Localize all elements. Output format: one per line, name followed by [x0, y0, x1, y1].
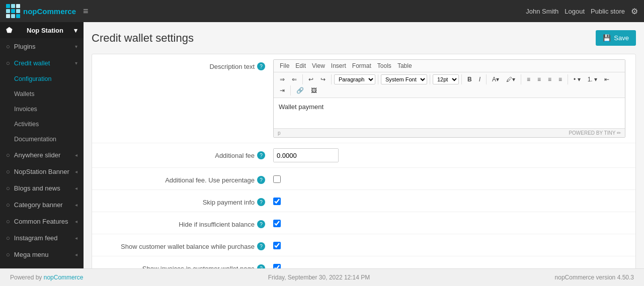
sidebar-item-credit-wallet[interactable]: ○ Credit wallet ▾	[0, 55, 84, 71]
additional-fee-pct-checkbox[interactable]	[273, 175, 281, 183]
menu-format[interactable]: Format	[349, 61, 374, 70]
sidebar-item-anywhere-slider[interactable]: ○ Anywhere slider ◂	[0, 147, 84, 163]
toolbar-justify-btn[interactable]: ≡	[555, 74, 565, 84]
hide-insufficient-checkbox[interactable]	[273, 220, 281, 227]
toolbar-rtl-btn[interactable]: ⇐	[289, 74, 300, 84]
show-wallet-balance-help-icon[interactable]: ?	[257, 242, 265, 250]
additional-fee-help-icon[interactable]: ?	[257, 151, 265, 159]
sidebar-item-documentation[interactable]: Documentation	[0, 132, 84, 147]
show-invoices-checkbox[interactable]	[273, 264, 281, 268]
sidebar-item-category-banner[interactable]: ○ Category banner ◂	[0, 197, 84, 213]
show-wallet-balance-row: Show customer wallet balance while purch…	[92, 234, 635, 256]
hide-insufficient-help-icon[interactable]: ?	[257, 220, 265, 228]
toolbar-sep-8	[568, 74, 568, 84]
top-navbar: nopCommerce ≡ John Smith Logout Public s…	[0, 0, 644, 22]
sidebar-item-nopstation-banner[interactable]: ○ NopStation Banner ◂	[0, 163, 84, 180]
toolbar-fontcolor-btn[interactable]: A▾	[489, 74, 502, 84]
sidebar-item-wallets[interactable]: Wallets	[0, 86, 84, 102]
description-text-help-icon[interactable]: ?	[257, 62, 265, 70]
editor-footer: p POWERED BY TINY ✏	[274, 128, 625, 137]
save-button[interactable]: 💾 Save	[596, 30, 636, 46]
save-icon: 💾	[603, 34, 611, 42]
font-size-select[interactable]: 12pt 8pt 10pt 14pt	[433, 74, 459, 84]
anywhere-slider-expand-icon: ◂	[75, 152, 77, 158]
page-title: Credit wallet settings	[92, 32, 194, 45]
sidebar-item-mega-menu[interactable]: ○ Mega menu ◂	[0, 246, 84, 263]
instagram-feed-icon: ○	[6, 234, 10, 242]
font-select[interactable]: System Font	[381, 74, 427, 84]
plugins-label: Plugins	[14, 43, 36, 50]
show-wallet-balance-checkbox[interactable]	[273, 242, 281, 249]
toolbar-indent-btn[interactable]: ⇥	[277, 85, 288, 96]
toolbar-italic-btn[interactable]: I	[476, 74, 484, 84]
toolbar-align-right-btn[interactable]: ≡	[545, 74, 554, 84]
editor-toolbar: ⇒ ⇐ ↩ ↪ Paragraph Heading 1 Heading 2	[274, 72, 625, 98]
configuration-label: Configuration	[14, 75, 51, 82]
documentation-label: Documentation	[14, 136, 56, 143]
additional-fee-pct-control	[273, 173, 625, 184]
toolbar-image-btn[interactable]: 🖼	[308, 85, 320, 96]
invoices-label: Invoices	[14, 106, 37, 113]
sidebar-item-activities[interactable]: Activities	[0, 117, 84, 132]
additional-fee-label: Additional fee ?	[102, 148, 273, 159]
menu-tools[interactable]: Tools	[374, 61, 394, 70]
hamburger-icon[interactable]: ≡	[81, 4, 91, 19]
content-area: Credit wallet settings 💾 Save Descriptio…	[84, 22, 644, 268]
toolbar-ordered-list-btn[interactable]: 1. ▾	[585, 74, 600, 84]
show-wallet-balance-label: Show customer wallet balance while purch…	[102, 239, 273, 250]
rich-text-editor[interactable]: File Edit View Insert Format Tools Table…	[273, 59, 625, 138]
blogs-news-icon: ○	[6, 184, 10, 192]
toolbar-sep-5	[461, 74, 462, 84]
footer-powered-by: Powered by nopCommerce	[10, 274, 83, 281]
toolbar-link-btn[interactable]: 🔗	[293, 85, 307, 96]
skip-payment-help-icon[interactable]: ?	[257, 198, 265, 206]
sidebar-item-ocarousel[interactable]: ○ OCarousel ◂	[0, 263, 84, 268]
toolbar-unordered-list-btn[interactable]: • ▾	[571, 74, 584, 84]
editor-menubar: File Edit View Insert Format Tools Table	[274, 60, 625, 72]
editor-pencil-icon[interactable]: ✏	[617, 130, 621, 136]
footer-date: Friday, September 30, 2022 12:14 PM	[268, 274, 370, 281]
additional-fee-row: Additional fee ? ▲ ▼	[92, 143, 635, 168]
toolbar-ltr-btn[interactable]: ⇒	[277, 74, 288, 84]
blogs-news-expand-icon: ◂	[75, 185, 77, 191]
public-store-link[interactable]: Public store	[591, 8, 625, 15]
sidebar-item-plugins[interactable]: ○ Plugins ▾	[0, 38, 84, 55]
skip-payment-checkbox[interactable]	[273, 198, 281, 205]
menu-file[interactable]: File	[277, 61, 292, 70]
additional-fee-pct-help-icon[interactable]: ?	[257, 176, 265, 184]
paragraph-select[interactable]: Paragraph Heading 1 Heading 2	[334, 74, 375, 84]
wallets-label: Wallets	[14, 90, 35, 98]
sidebar-item-common-features[interactable]: ○ Common Features ◂	[0, 213, 84, 230]
settings-form-card: Description text ? File Edit View Insert…	[92, 54, 636, 268]
toolbar-outdent-btn[interactable]: ⇤	[601, 74, 612, 84]
skip-payment-row: Skip payment info ?	[92, 190, 635, 212]
sidebar-item-instagram-feed[interactable]: ○ Instagram feed ◂	[0, 230, 84, 246]
logout-button[interactable]: Logout	[565, 8, 585, 15]
settings-icon[interactable]: ⚙	[631, 7, 638, 16]
sidebar-nop-station-label: Nop Station	[27, 27, 63, 34]
sidebar-item-blogs-news[interactable]: ○ Blogs and news ◂	[0, 180, 84, 197]
menu-table[interactable]: Table	[394, 61, 415, 70]
footer-version: nopCommerce version 4.50.3	[555, 274, 634, 281]
additional-fee-input[interactable]	[274, 149, 339, 162]
menu-view[interactable]: View	[309, 61, 328, 70]
menu-insert[interactable]: Insert	[328, 61, 349, 70]
toolbar-align-left-btn[interactable]: ≡	[524, 74, 533, 84]
sidebar-item-nop-station[interactable]: ⬟ Nop Station ▾	[0, 22, 84, 38]
description-text-editor: File Edit View Insert Format Tools Table…	[273, 59, 625, 138]
footer-link[interactable]: nopCommerce	[44, 274, 84, 281]
show-invoices-help-icon[interactable]: ?	[257, 264, 265, 268]
page-header: Credit wallet settings 💾 Save	[92, 30, 636, 46]
toolbar-undo-btn[interactable]: ↩	[305, 74, 316, 84]
editor-footer-tag: p	[278, 130, 281, 136]
editor-content[interactable]: Wallet payment	[274, 98, 625, 128]
sidebar-item-invoices[interactable]: Invoices	[0, 102, 84, 117]
mega-menu-expand-icon: ◂	[75, 252, 77, 257]
blogs-news-label: Blogs and news	[14, 184, 60, 192]
menu-edit[interactable]: Edit	[292, 61, 309, 70]
toolbar-bold-btn[interactable]: B	[464, 74, 475, 84]
sidebar-item-configuration[interactable]: Configuration	[0, 71, 84, 86]
toolbar-align-center-btn[interactable]: ≡	[534, 74, 544, 84]
toolbar-highlight-btn[interactable]: 🖊▾	[503, 74, 518, 84]
toolbar-redo-btn[interactable]: ↪	[317, 74, 329, 84]
